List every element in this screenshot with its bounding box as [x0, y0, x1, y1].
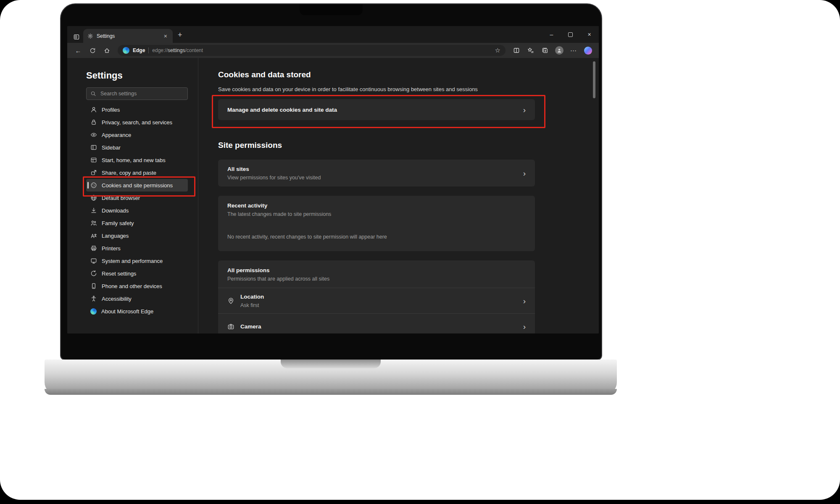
sidebar-item-default-browser[interactable]: Default browser	[86, 192, 188, 204]
all-sites-title: All sites	[227, 166, 321, 172]
tab-close-icon[interactable]: ×	[163, 33, 169, 39]
tab-actions-menu-button[interactable]	[73, 34, 80, 40]
sidebar-item-label: Family safety	[102, 220, 134, 226]
copilot-button[interactable]	[581, 44, 595, 57]
sidebar-item-sidebar[interactable]: Sidebar	[86, 141, 188, 154]
appearance-eye-icon	[90, 131, 97, 138]
sidebar-item-start-home-new-tabs[interactable]: Start, home, and new tabs	[86, 154, 188, 166]
avatar-person-icon	[556, 47, 562, 53]
minimize-button[interactable]: –	[542, 26, 561, 43]
laptop-notch	[300, 4, 363, 15]
workspaces-icon	[73, 34, 80, 40]
copilot-icon	[584, 47, 592, 55]
address-bar[interactable]: Edge edge://settings/content ☆	[118, 45, 506, 56]
search-input[interactable]	[100, 90, 184, 97]
address-divider	[148, 47, 149, 53]
browser-window: Settings × + – × ←	[67, 26, 599, 333]
sidebar-item-label: Privacy, search, and services	[102, 119, 172, 126]
laptop-base	[45, 360, 617, 395]
sidebar-item-about-edge[interactable]: About Microsoft Edge	[86, 305, 188, 318]
manage-cookies-label: Manage and delete cookies and site data	[227, 107, 337, 113]
manage-cookies-card[interactable]: Manage and delete cookies and site data …	[218, 99, 535, 120]
downloads-arrow-icon	[90, 207, 97, 214]
split-screen-button[interactable]	[510, 44, 523, 57]
share-icon	[90, 169, 97, 176]
maximize-button[interactable]	[561, 26, 580, 43]
sidebar-item-label: Languages	[102, 233, 129, 239]
permission-label: Location	[240, 294, 517, 300]
sidebar-item-downloads[interactable]: Downloads	[86, 204, 188, 217]
privacy-lock-icon	[90, 119, 97, 126]
sidebar-item-family-safety[interactable]: Family safety	[86, 217, 188, 229]
laptop-base-notch	[281, 360, 381, 368]
permission-detail: Ask first	[240, 302, 517, 308]
edge-logo-icon	[90, 308, 97, 315]
sidebar-item-label: Downloads	[102, 207, 129, 214]
chevron-right-icon: ›	[523, 169, 526, 177]
sidebar-item-languages[interactable]: Languages	[86, 229, 188, 242]
sidebar-item-profiles[interactable]: Profiles	[86, 103, 188, 116]
sidebar-item-label: Start, home, and new tabs	[102, 157, 166, 163]
recent-activity-title: Recent activity	[227, 202, 526, 209]
languages-icon	[90, 232, 97, 239]
home-button[interactable]	[100, 44, 113, 57]
new-tab-button[interactable]: +	[178, 31, 182, 39]
refresh-icon	[90, 47, 96, 54]
close-window-button[interactable]: ×	[580, 26, 599, 43]
recent-activity-subtitle: The latest changes made to site permissi…	[227, 211, 526, 217]
url-path: /content	[185, 47, 203, 53]
laptop-screen-bezel: Settings × + – × ←	[60, 3, 602, 360]
all-permissions-card: All permissions Permissions that are app…	[218, 260, 535, 333]
permission-row-location[interactable]: Location Ask first ›	[218, 288, 535, 313]
all-sites-card[interactable]: All sites View permissions for sites you…	[218, 160, 535, 186]
favorites-star-icon[interactable]: ☆	[495, 47, 500, 54]
url-scheme: edge://	[152, 47, 168, 53]
edge-logo-icon	[123, 47, 129, 54]
profile-avatar-button[interactable]	[553, 44, 566, 57]
favorites-hub-button[interactable]	[524, 44, 537, 57]
sidebar-item-system-performance[interactable]: System and performance	[86, 255, 188, 267]
scrollbar-thumb[interactable]	[593, 61, 595, 98]
sidebar-item-label: Appearance	[102, 132, 131, 138]
sidebar-item-phone-devices[interactable]: Phone and other devices	[86, 280, 188, 292]
sidebar-item-appearance[interactable]: Appearance	[86, 129, 188, 141]
phone-icon	[90, 283, 97, 289]
refresh-button[interactable]	[86, 44, 99, 57]
sidebar-item-share-copy-paste[interactable]: Share, copy and paste	[86, 166, 188, 179]
camera-icon	[227, 323, 234, 330]
tab-settings[interactable]: Settings ×	[83, 29, 173, 43]
address-url: edge://settings/content	[152, 47, 203, 53]
printer-icon	[90, 245, 97, 252]
collections-icon	[542, 47, 548, 54]
settings-main: Cookies and data stored Save cookies and…	[198, 58, 599, 333]
default-browser-globe-icon	[90, 194, 97, 201]
system-monitor-icon	[90, 257, 97, 264]
split-screen-icon	[513, 47, 520, 54]
all-permissions-subtitle: Permissions that are applied across all …	[227, 276, 526, 282]
sidebar-item-accessibility[interactable]: Accessibility	[86, 292, 188, 305]
location-pin-icon	[227, 297, 234, 304]
laptop-base-edge	[45, 389, 617, 395]
profile-icon	[90, 106, 97, 113]
permission-label: Camera	[240, 323, 517, 330]
sidebar-item-privacy[interactable]: Privacy, search, and services	[86, 116, 188, 129]
sidebar-item-label: Phone and other devices	[102, 283, 162, 289]
more-menu-button[interactable]: …	[567, 43, 580, 58]
avatar	[555, 46, 564, 55]
settings-nav: Profiles Privacy, search, and services	[86, 103, 188, 318]
sidebar-item-reset-settings[interactable]: Reset settings	[86, 267, 188, 280]
settings-sidebar: Settings Profiles	[67, 58, 198, 333]
sidebar-item-printers[interactable]: Printers	[86, 242, 188, 255]
window-controls: – ×	[542, 26, 599, 43]
url-host: settings	[168, 47, 185, 53]
settings-search[interactable]	[86, 87, 188, 100]
permission-row-camera[interactable]: Camera ›	[218, 313, 535, 333]
sidebar-item-cookies-site-permissions[interactable]: Cookies and site permissions	[86, 179, 188, 192]
collections-button[interactable]	[538, 44, 552, 57]
search-icon	[90, 91, 96, 97]
sidebar-item-label: Printers	[102, 245, 121, 252]
home-icon	[104, 47, 110, 54]
recent-activity-empty-text: No recent activity, recent changes to si…	[227, 234, 526, 240]
chevron-right-icon: ›	[523, 106, 526, 114]
back-button[interactable]: ←	[71, 44, 85, 57]
